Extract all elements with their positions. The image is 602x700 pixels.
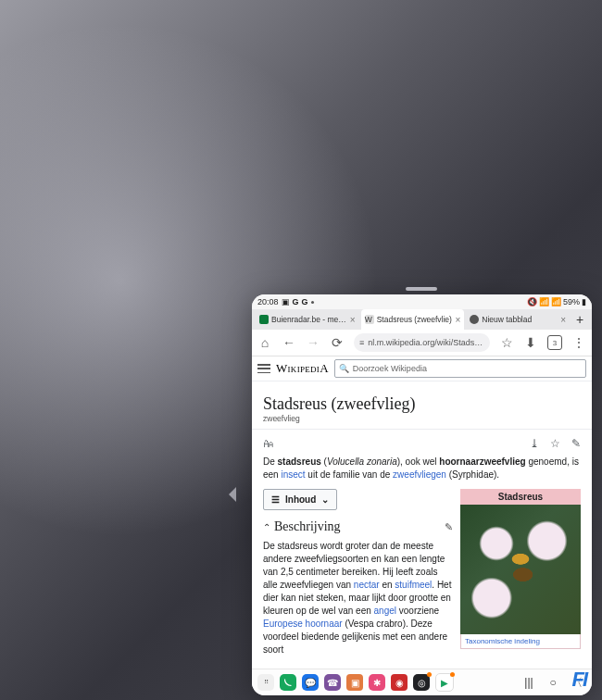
recents-button[interactable]: ||| (520, 676, 538, 689)
page-title: Stadsreus (zweefvlieg) (263, 394, 581, 414)
edge-panel-handle[interactable] (225, 485, 238, 504)
phone-app-icon[interactable] (280, 674, 296, 691)
star-icon[interactable]: ☆ (550, 437, 560, 450)
hamburger-icon[interactable] (257, 364, 270, 373)
tab-count-button[interactable]: 3 (547, 335, 562, 350)
split-screen-handle[interactable] (406, 287, 437, 291)
wiki-header: WikipediA 🔍 Doorzoek Wikipedia (252, 356, 592, 381)
page-content: WikipediA 🔍 Doorzoek Wikipedia Stadsreus… (252, 356, 592, 670)
wiki-search-input[interactable]: 🔍 Doorzoek Wikipedia (334, 359, 586, 378)
notification-dot (450, 672, 455, 677)
site-settings-icon[interactable]: ≡ (359, 338, 364, 347)
mute-icon: 🔇 (527, 297, 537, 306)
article: Stadsreus (zweefvlieg) zweefvlieg 🗛 ⤓ ☆ … (252, 381, 592, 656)
camera-app-icon[interactable]: ◎ (413, 674, 430, 691)
messages-app-icon[interactable]: 💬 (302, 674, 319, 691)
edit-icon[interactable]: ✎ (571, 437, 581, 450)
app-icon[interactable]: ✱ (369, 674, 385, 691)
tab-active[interactable]: W Stadsreus (zweefvlie) × (361, 309, 465, 330)
browser-window: 20:08 ▣ G G 🔇 📶 📶 59% ▮ Buienradar.be - … (252, 294, 592, 695)
list-icon: ☰ (271, 494, 280, 505)
bookmark-icon[interactable]: ☆ (499, 335, 514, 350)
search-icon: 🔍 (339, 364, 349, 373)
divider (252, 429, 592, 430)
wikipedia-logo[interactable]: WikipediA (276, 361, 329, 376)
status-time: 20:08 (257, 297, 279, 306)
download-icon[interactable]: ⤓ (530, 437, 539, 450)
taskbar: ⠿ 💬 ☎ ▣ ✱ ◉ ◎ ▶ ||| ○ 〈 (252, 669, 592, 695)
status-icon: ▣ (282, 297, 290, 306)
battery-text: 59% (563, 297, 580, 306)
tab[interactable]: Nieuw tabblad × (466, 309, 570, 330)
favicon-icon: W (365, 315, 374, 324)
favicon-icon (470, 315, 479, 324)
app-icon[interactable]: ▣ (346, 674, 363, 691)
tab-strip: Buienradar.be - meteo × W Stadsreus (zwe… (252, 309, 592, 330)
chevron-down-icon: ⌄ (321, 494, 329, 505)
battery-icon: ▮ (582, 297, 586, 306)
tab-label: Stadsreus (zweefvlie) (377, 315, 453, 324)
signal-icon: 📶 (551, 297, 561, 306)
article-actions: 🗛 ⤓ ☆ ✎ (263, 437, 581, 450)
infobox: Stadsreus Taxonomische indeling (460, 489, 581, 656)
tab[interactable]: Buienradar.be - meteo × (256, 309, 359, 330)
status-bar: 20:08 ▣ G G 🔇 📶 📶 59% ▮ (252, 294, 592, 309)
infobox-image[interactable] (460, 505, 581, 634)
toc-button[interactable]: ☰ Inhoud ⌄ (263, 489, 337, 510)
signal-icon: 📶 (539, 297, 549, 306)
close-icon[interactable]: × (456, 315, 461, 325)
status-icon (311, 301, 314, 304)
notification-dot (427, 672, 432, 677)
status-icon: G (293, 297, 299, 306)
watermark: FI (571, 668, 586, 692)
play-store-icon[interactable]: ▶ (435, 673, 454, 692)
section-header[interactable]: ⌃Beschrijving ✎ (263, 519, 453, 534)
section-title: Beschrijving (274, 519, 341, 534)
new-tab-button[interactable]: + (571, 309, 588, 330)
lead-paragraph: De stadsreus (Volucella zonaria), ook we… (263, 456, 581, 481)
language-icon[interactable]: 🗛 (263, 437, 274, 450)
app-icon[interactable]: ◉ (391, 674, 408, 691)
infobox-title: Stadsreus (460, 489, 581, 505)
browser-toolbar: ⌂ ← → ⟳ ≡ nl.m.wikipedia.org/wiki/Stadsr… (252, 330, 592, 356)
home-button[interactable]: ○ (544, 676, 562, 689)
close-icon[interactable]: × (560, 315, 566, 325)
menu-icon[interactable]: ⋮ (571, 335, 586, 350)
edit-icon[interactable]: ✎ (445, 521, 453, 533)
viber-app-icon[interactable]: ☎ (324, 674, 341, 691)
status-icon: G (302, 297, 308, 306)
search-placeholder: Doorzoek Wikipedia (353, 364, 427, 373)
home-icon[interactable]: ⌂ (257, 335, 272, 350)
tab-label: Buienradar.be - meteo (271, 315, 347, 324)
tab-label: Nieuw tabblad (482, 315, 558, 324)
favicon-icon (259, 315, 269, 324)
section-body: De stadsreus wordt groter dan de meeste … (263, 540, 453, 656)
address-bar[interactable]: ≡ nl.m.wikipedia.org/wiki/Stadsreus_(zv (354, 333, 490, 352)
reload-icon[interactable]: ⟳ (330, 335, 345, 350)
page-subtitle: zweefvlieg (263, 414, 581, 423)
url-text: nl.m.wikipedia.org/wiki/Stadsreus_(zv (368, 338, 484, 347)
back-icon[interactable]: ← (282, 335, 296, 350)
download-icon[interactable]: ⬇ (523, 335, 538, 350)
chevron-up-icon: ⌃ (263, 522, 270, 532)
close-icon[interactable]: × (350, 315, 356, 325)
toc-label: Inhoud (285, 494, 316, 505)
infobox-caption[interactable]: Taxonomische indeling (460, 634, 581, 649)
app-drawer-icon[interactable]: ⠿ (257, 674, 274, 691)
forward-icon[interactable]: → (306, 335, 320, 350)
